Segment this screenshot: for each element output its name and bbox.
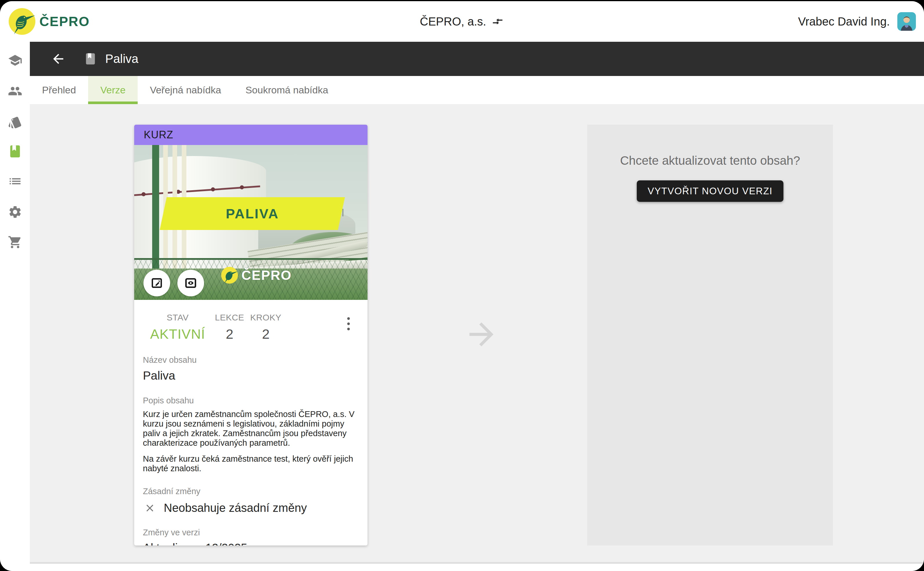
- content-name-value: Paliva: [143, 369, 359, 383]
- tab-soukroma-nabidka[interactable]: Soukromá nabídka: [233, 76, 340, 104]
- sidebar-nav: [0, 42, 30, 565]
- settings-gear-icon: [8, 205, 22, 219]
- stat-lessons: LEKCE 2: [213, 313, 246, 342]
- major-changes-row: Neobsahuje zásadní změny: [143, 502, 359, 514]
- tab-verejna-nabidka[interactable]: Veřejná nabídka: [138, 76, 233, 104]
- graduation-cap-icon: [8, 53, 22, 68]
- field-label: Změny ve verzi: [143, 528, 359, 537]
- stat-status: STAV AKTIVNÍ: [143, 313, 213, 342]
- banner-text: PALIVA: [226, 205, 279, 222]
- course-cover-image: H 230/01 PALIVA: [134, 145, 368, 300]
- create-new-version-button[interactable]: VYTVOŘIT NOVOU VERZI: [637, 181, 784, 202]
- edit-image-button[interactable]: [143, 270, 170, 296]
- description-paragraph: Na závěr kurzu čeká zaměstnance test, kt…: [143, 454, 359, 473]
- sidebar-item-settings[interactable]: [8, 205, 22, 219]
- list-icon: [8, 174, 22, 188]
- description-paragraph: Kurz je určen zaměstnancům společnosti Č…: [143, 409, 359, 448]
- arrow-back-icon: [51, 51, 66, 66]
- update-question: Chcete aktualizovat tento obsah?: [587, 125, 833, 168]
- avatar[interactable]: [897, 12, 916, 31]
- page-header: Paliva: [30, 42, 924, 76]
- sidebar-item-shop[interactable]: [8, 235, 22, 249]
- cards-icon: [8, 115, 22, 130]
- user-menu[interactable]: Vrabec David Ing.: [798, 1, 916, 42]
- sidebar-item-people[interactable]: [8, 84, 22, 98]
- status-badge: AKTIVNÍ: [143, 326, 213, 342]
- stat-label: LEKCE: [213, 313, 246, 323]
- field-version-changes: Změny ve verzi Aktualizace 12/2025.: [143, 528, 359, 545]
- tab-verze[interactable]: Verze: [88, 76, 138, 104]
- tab-prehled[interactable]: Přehled: [30, 76, 88, 104]
- footer-strip: [0, 564, 924, 571]
- people-icon: [8, 84, 22, 98]
- content-area: KURZ H 230/01 PALI: [30, 104, 924, 563]
- shop-cart-icon: [8, 235, 22, 249]
- content-book-icon: [8, 144, 22, 159]
- user-name: Vrabec David Ing.: [798, 15, 890, 28]
- company-title: ČEPRO, a.s.: [0, 1, 924, 42]
- field-major-changes: Zásadní změny Neobsahuje zásadní změny: [143, 487, 359, 514]
- cepro-watermark-logo: ČEPRO: [221, 267, 292, 284]
- sidebar-item-content[interactable]: [8, 144, 22, 159]
- content-book-icon: [84, 52, 97, 66]
- app-screen: ČEPRO ČEPRO, a.s. Vrabec David Ing.: [0, 1, 924, 571]
- stat-label: STAV: [143, 313, 213, 323]
- card-body: STAV AKTIVNÍ LEKCE 2 KROKY 2 Název obsah…: [134, 300, 368, 545]
- field-label: Zásadní změny: [143, 487, 359, 496]
- course-stats: STAV AKTIVNÍ LEKCE 2 KROKY 2: [143, 313, 359, 342]
- field-content-description: Popis obsahu Kurz je určen zaměstnancům …: [143, 396, 359, 473]
- course-title-banner: PALIVA: [160, 197, 345, 230]
- update-panel: Chcete aktualizovat tento obsah? VYTVOŘI…: [587, 125, 833, 545]
- preview-button[interactable]: [177, 270, 204, 296]
- sidebar-item-cards[interactable]: [8, 115, 22, 130]
- tab-bar: Přehled Verze Veřejná nabídka Soukromá n…: [30, 76, 924, 104]
- sidebar-item-list[interactable]: [8, 174, 22, 188]
- preview-eye-icon: [184, 276, 197, 290]
- field-content-name: Název obsahu Paliva: [143, 355, 359, 383]
- course-version-card: KURZ H 230/01 PALI: [134, 125, 368, 545]
- arrow-forward-icon: [464, 316, 499, 352]
- field-label: Popis obsahu: [143, 396, 359, 406]
- stat-value: 2: [246, 326, 285, 342]
- card-more-menu-icon[interactable]: [342, 314, 355, 333]
- field-label: Název obsahu: [143, 355, 359, 365]
- page-title: Paliva: [105, 52, 138, 66]
- close-icon: [144, 502, 156, 514]
- top-bar: ČEPRO ČEPRO, a.s. Vrabec David Ing.: [0, 1, 924, 42]
- company-title-text: ČEPRO, a.s.: [420, 15, 487, 28]
- back-button[interactable]: [51, 51, 66, 66]
- cepro-watermark-text: ČEPRO: [242, 267, 292, 283]
- green-pole: [152, 145, 159, 274]
- edit-image-icon: [150, 276, 163, 290]
- sidebar-item-courses[interactable]: [8, 53, 22, 68]
- card-type-header: KURZ: [134, 125, 368, 145]
- version-changes-value: Aktualizace 12/2025.: [143, 542, 359, 545]
- compare-arrows-icon: [491, 15, 504, 28]
- stat-steps: KROKY 2: [246, 313, 285, 342]
- major-changes-value: Neobsahuje zásadní změny: [164, 502, 307, 514]
- stat-label: KROKY: [246, 313, 285, 323]
- card-type-label: KURZ: [144, 129, 173, 141]
- cepro-bird-icon: [221, 267, 238, 284]
- stat-value: 2: [213, 326, 246, 342]
